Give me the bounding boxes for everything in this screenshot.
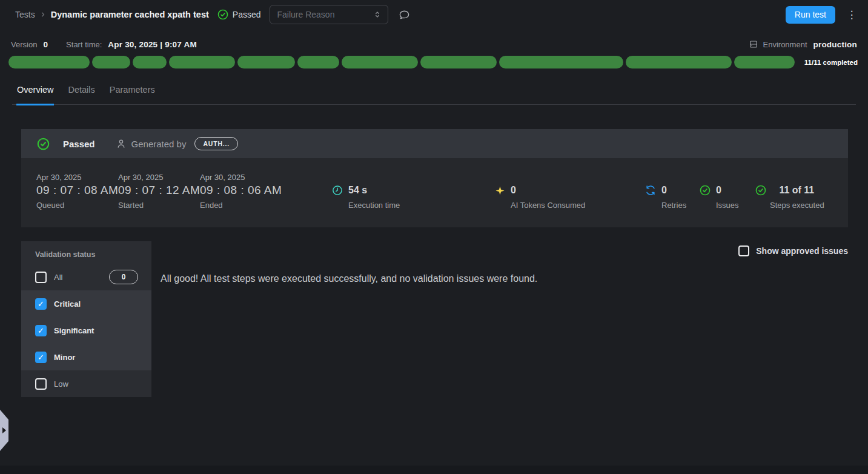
- failure-reason-select[interactable]: Failure Reason: [270, 5, 388, 24]
- progress-segment[interactable]: [8, 56, 90, 68]
- progress-row: 11/11 completed: [8, 56, 858, 68]
- ended-label: Ended: [200, 201, 282, 210]
- result-message: All good! All test steps were executed s…: [161, 273, 537, 284]
- time-started: Apr 30, 2025 09 : 07 : 12 AM Started: [118, 173, 200, 210]
- execution-time-label: Execution time: [348, 201, 400, 210]
- metric-ai-tokens: 0 AI Tokens Consumed: [495, 185, 585, 210]
- sidebar-expand-handle[interactable]: [0, 410, 8, 451]
- started-date: Apr 30, 2025: [118, 173, 200, 182]
- filter-row-label: Minor: [54, 353, 75, 362]
- filter-row-significant[interactable]: ✓Significant: [21, 317, 151, 344]
- checkbox-minor[interactable]: ✓: [35, 352, 47, 363]
- start-time-label: Start time:: [66, 40, 102, 49]
- execution-time-value: 54 s: [348, 185, 400, 196]
- time-queued: Apr 30, 2025 09 : 07 : 08 AM Queued: [36, 173, 118, 210]
- clock-icon: [332, 185, 343, 196]
- filter-count-badge: 0: [109, 270, 138, 284]
- validation-filter-list: ✓Critical✓Significant✓MinorLow: [21, 290, 151, 397]
- comment-icon[interactable]: [399, 9, 410, 21]
- checkbox-critical[interactable]: ✓: [35, 298, 47, 310]
- page-title: Dynamic parameter cached xpath test: [51, 10, 209, 19]
- kebab-menu-icon[interactable]: ⋮: [845, 8, 858, 21]
- progress-segment[interactable]: [342, 56, 419, 68]
- refresh-icon: [645, 185, 656, 196]
- retries-label: Retries: [661, 201, 686, 210]
- filter-row-critical[interactable]: ✓Critical: [21, 290, 151, 317]
- progress-segment[interactable]: [169, 56, 235, 68]
- check-circle-icon: [755, 185, 776, 196]
- app-root: Tests Dynamic parameter cached xpath tes…: [0, 0, 868, 474]
- run-summary-body: Apr 30, 2025 09 : 07 : 08 AM Queued Apr …: [21, 158, 848, 227]
- checkbox-show-approved[interactable]: [738, 245, 749, 256]
- checkbox-significant[interactable]: ✓: [35, 325, 47, 336]
- filter-row-label: Critical: [54, 299, 81, 309]
- run-summary-header: Passed Generated by AUTH...: [21, 129, 848, 158]
- filter-row-label: Low: [54, 379, 68, 389]
- tab-parameters[interactable]: Parameters: [109, 84, 156, 104]
- metric-execution-time: 54 s Execution time: [332, 185, 400, 210]
- queued-label: Queued: [36, 201, 118, 210]
- version-value: 0: [43, 40, 48, 49]
- progress-bar: [8, 56, 795, 68]
- metric-issues: 0 Issues: [700, 185, 739, 210]
- progress-segment[interactable]: [133, 56, 167, 68]
- progress-segment[interactable]: [92, 56, 130, 68]
- generated-by-label: Generated by: [131, 139, 187, 149]
- topbar: Tests Dynamic parameter cached xpath tes…: [0, 0, 868, 29]
- sparkle-icon: [495, 185, 505, 196]
- filter-row-label: Significant: [54, 326, 94, 335]
- meta-row: Version 0 Start time: Apr 30, 2025 | 9:0…: [0, 33, 868, 56]
- show-approved-label: Show approved issues: [756, 246, 848, 256]
- progress-segment[interactable]: [626, 56, 732, 68]
- footer-strip: [0, 466, 868, 474]
- started-time: 09 : 07 : 12 AM: [118, 184, 200, 197]
- check-circle-icon: [700, 185, 711, 196]
- started-label: Started: [118, 201, 200, 210]
- status-badge: Passed: [217, 9, 261, 20]
- progress-count: 11/11 completed: [801, 59, 858, 66]
- run-summary-card: Passed Generated by AUTH... Apr 30, 2025…: [21, 129, 848, 227]
- steps-executed-label: Steps executed: [770, 201, 824, 210]
- checkbox-all[interactable]: [35, 272, 47, 283]
- show-approved-issues[interactable]: Show approved issues: [738, 245, 848, 256]
- summary-status: Passed: [63, 139, 95, 149]
- ai-tokens-value: 0: [511, 185, 585, 196]
- checkbox-low[interactable]: [35, 378, 47, 390]
- failure-reason-placeholder: Failure Reason: [277, 10, 335, 19]
- issues-label: Issues: [716, 201, 739, 210]
- tab-overview[interactable]: Overview: [16, 84, 54, 105]
- validation-status-title: Validation status: [21, 241, 151, 264]
- issues-value: 0: [716, 185, 739, 196]
- ended-date: Apr 30, 2025: [200, 173, 282, 182]
- filter-row-all[interactable]: All 0: [21, 264, 151, 290]
- ended-time: 09 : 08 : 06 AM: [200, 184, 282, 197]
- breadcrumb-tests[interactable]: Tests: [15, 10, 35, 19]
- breadcrumb-chevron-icon: [39, 11, 47, 18]
- check-circle-icon: [217, 9, 228, 20]
- generated-by-badge[interactable]: AUTH...: [194, 137, 238, 150]
- tab-bar: Overview Details Parameters: [12, 84, 856, 105]
- environment-label: Environment: [763, 40, 807, 49]
- environment-value: production: [813, 40, 858, 49]
- filter-row-minor[interactable]: ✓Minor: [21, 344, 151, 370]
- validation-status-panel: Validation status All 0 ✓Critical✓Signif…: [21, 241, 151, 397]
- progress-segment[interactable]: [297, 56, 339, 68]
- select-chevrons-icon: [373, 10, 382, 19]
- progress-segment[interactable]: [237, 56, 295, 68]
- status-label: Passed: [233, 10, 261, 19]
- progress-segment[interactable]: [734, 56, 795, 68]
- progress-segment[interactable]: [420, 56, 497, 68]
- person-icon: [116, 138, 127, 149]
- ai-tokens-label: AI Tokens Consumed: [511, 201, 585, 210]
- run-test-button[interactable]: Run test: [786, 6, 835, 24]
- environment-icon: [749, 39, 758, 49]
- start-time-value: Apr 30, 2025 | 9:07 AM: [108, 40, 197, 49]
- queued-time: 09 : 07 : 08 AM: [36, 184, 118, 197]
- version-label: Version: [11, 40, 37, 49]
- tab-details[interactable]: Details: [67, 84, 95, 104]
- progress-segment[interactable]: [499, 56, 623, 68]
- passed-check-icon: [37, 138, 50, 150]
- retries-value: 0: [661, 185, 686, 196]
- metric-retries: 0 Retries: [645, 185, 686, 210]
- filter-row-low[interactable]: Low: [21, 370, 151, 397]
